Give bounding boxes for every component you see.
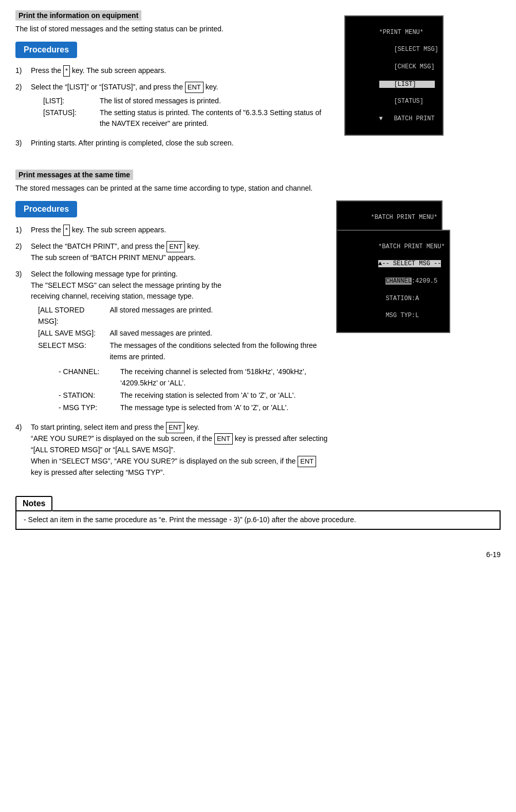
screen1: *PRINT MENU* [SELECT MSG] [CHECK MSG] [L…: [344, 15, 444, 136]
step3-num: 3): [15, 138, 31, 149]
step2-content: Select the “[LIST]” or “[STATUS]”, and p…: [31, 82, 324, 133]
notes-content: - Select an item in the same procedure a…: [15, 510, 501, 530]
section1-title: Print the information on equipment: [15, 10, 141, 21]
section1-step1: 1) Press the * key. The sub screen appea…: [15, 65, 324, 77]
section2-step1: 1) Press the * key. The sub screen appea…: [15, 225, 329, 236]
select-msg-value: The messages of the conditions selected …: [107, 340, 329, 363]
step2-num: 2): [15, 82, 31, 133]
s2-step2-content: Select the “BATCH PRINT”, and press the …: [31, 241, 329, 264]
s2-bullet-table: - CHANNEL: The receiving channel is sele…: [57, 366, 329, 414]
status-value: The setting status is printed. The conte…: [98, 107, 324, 130]
star-key-1: *: [63, 65, 70, 77]
section2-block: Print messages at the same time The stor…: [15, 170, 501, 484]
s2-step1-num: 1): [15, 225, 31, 236]
list-value: The list of stored messages is printed.: [98, 95, 324, 107]
s2-step3-content: Select the following message type for pr…: [31, 269, 329, 417]
screen1-line2: [SELECT MSG]: [379, 46, 438, 53]
s2-step3-table: [ALL STORED MSG]: All stored messages ar…: [36, 304, 329, 363]
section2-title: Print messages at the same time: [15, 170, 133, 180]
s2-step2-num: 2): [15, 241, 31, 264]
s2b-line1: *BATCH PRINT MENU*: [371, 214, 438, 221]
s2c-line3: CHANNEL:4209.5: [378, 278, 437, 285]
notes-line-decoration: [52, 510, 501, 511]
s2c-line2-highlighted: ▲-- SELECT MSG --: [378, 260, 441, 267]
section2-intro: The stored messages can be printed at th…: [15, 183, 329, 194]
notes-section: Notes - Select an item in the same proce…: [15, 496, 501, 530]
ent-key-1: ENT: [185, 82, 204, 93]
s2c-line4: STATION:A: [378, 295, 419, 302]
notes-header: Notes: [15, 496, 501, 511]
page-number: 6-19: [15, 550, 501, 559]
all-stored-label: [ALL STORED MSG]:: [36, 304, 107, 327]
screen1-line3: [CHECK MSG]: [379, 63, 435, 70]
status-label: [STATUS]:: [41, 107, 98, 130]
notes-item-1: - Select an item in the same procedure a…: [24, 515, 492, 524]
channel-value: The receiving channel is selected from ‘…: [118, 366, 329, 389]
section1-intro: The list of stored messages and the sett…: [15, 24, 324, 34]
screen2c: *BATCH PRINT MENU* ▲-- SELECT MSG -- CHA…: [336, 230, 450, 333]
channel-highlight: CHANNEL: [385, 278, 411, 285]
screen1-line1: *PRINT MENU*: [379, 29, 423, 36]
section1-block: Print the information on equipment The l…: [15, 10, 501, 154]
section1-procedures-badge: Procedures: [15, 42, 77, 58]
ent-key-3: ENT: [166, 422, 185, 433]
s2-step1-content: Press the * key. The sub screen appears.: [31, 225, 329, 236]
s2-step3-num: 3): [15, 269, 31, 417]
notes-badge: Notes: [15, 496, 52, 511]
section2-step4: 4) To start printing, select item and pr…: [15, 422, 329, 478]
s2-step4-content: To start printing, select item and press…: [31, 422, 329, 478]
star-key-2: *: [63, 225, 70, 236]
ent-key-4: ENT: [214, 433, 233, 445]
section2-procedures-badge: Procedures: [15, 201, 77, 217]
msg-typ-value: The message type is selected from 'A' to…: [118, 402, 329, 414]
all-save-label: [ALL SAVE MSG]:: [36, 327, 107, 340]
section2-step2: 2) Select the “BATCH PRINT”, and press t…: [15, 241, 329, 264]
channel-label: - CHANNEL:: [57, 366, 118, 389]
station-value: The receiving station is selected from '…: [118, 390, 329, 402]
step1-content: Press the * key. The sub screen appears.: [31, 65, 324, 77]
screen1-line4-highlighted: [LIST]: [379, 81, 435, 88]
s2c-line1: *BATCH PRINT MENU*: [378, 243, 445, 250]
s2-step4-num: 4): [15, 422, 31, 478]
all-stored-value: All stored messages are printed.: [107, 304, 329, 327]
screen1-line5: [STATUS]: [379, 98, 423, 105]
list-label: [LIST]:: [41, 95, 98, 107]
s2c-line5: MSG TYP:L: [378, 312, 419, 319]
screen2-group: *PRINT MENU* [SELECT MSG] [CHECK MSG] [L…: [336, 200, 374, 484]
screen1-line6: ▼ BATCH PRINT: [379, 115, 435, 122]
msg-typ-label: - MSG TYP:: [57, 402, 118, 414]
section2-step3: 3) Select the following message type for…: [15, 269, 329, 417]
step2-table: [LIST]: The list of stored messages is p…: [41, 95, 324, 130]
step3-content: Printing starts. After printing is compl…: [31, 138, 324, 149]
section1-step3: 3) Printing starts. After printing is co…: [15, 138, 324, 149]
section1-step2: 2) Select the “[LIST]” or “[STATUS]”, an…: [15, 82, 324, 133]
all-save-value: All saved messages are printed.: [107, 327, 329, 340]
ent-key-2: ENT: [167, 241, 185, 252]
select-msg-label: SELECT MSG:: [36, 340, 107, 363]
step1-num: 1): [15, 65, 31, 77]
station-label: - STATION:: [57, 390, 118, 402]
ent-key-5: ENT: [298, 456, 316, 467]
